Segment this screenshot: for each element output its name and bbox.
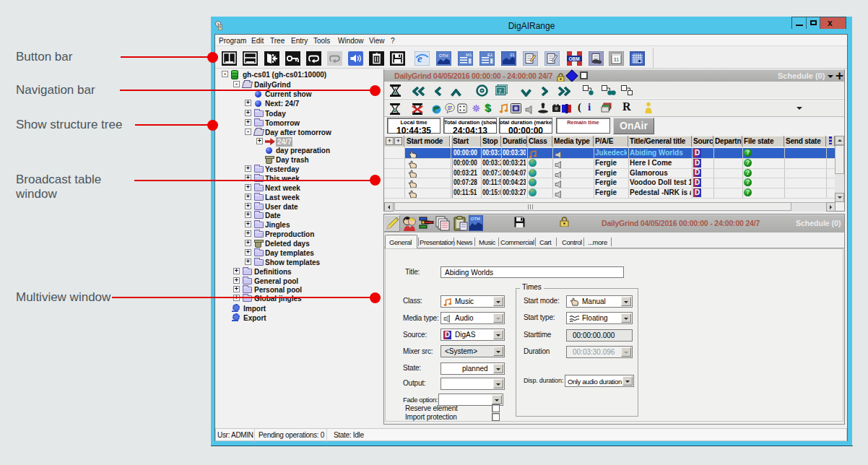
svg-text:OBM: OBM: [569, 56, 580, 61]
svg-text:OTH: OTH: [439, 53, 448, 58]
svg-text:7: 7: [498, 88, 502, 95]
svg-text:OTM: OTM: [471, 217, 480, 221]
svg-text:E1: E1: [487, 53, 493, 57]
svg-text:M1: M1: [466, 53, 472, 57]
svg-text:31: 31: [614, 57, 620, 62]
svg-text:21: 21: [510, 53, 515, 57]
